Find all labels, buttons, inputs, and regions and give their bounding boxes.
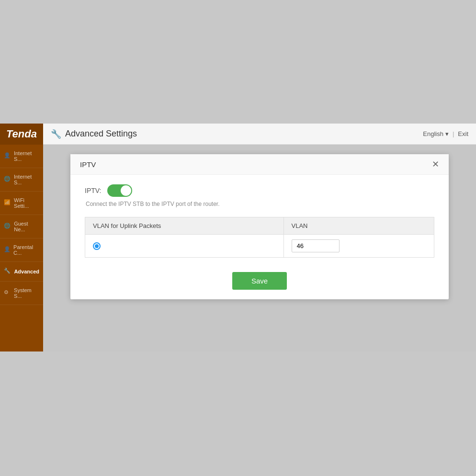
iptv-toggle-row: IPTV:: [85, 184, 434, 197]
sidebar-logo: Tenda: [0, 124, 43, 145]
sidebar-item-label: WiFi Setti...: [14, 197, 39, 209]
language-selector[interactable]: English ▾: [423, 130, 449, 137]
main-content: IPTV ✕ IPTV: Connect the IPTV STB to the…: [43, 145, 476, 351]
wifi-icon: 📶: [4, 199, 11, 207]
sidebar-item-label: Advanced: [14, 269, 39, 274]
modal-body: IPTV: Connect the IPTV STB to the IPTV p…: [70, 175, 449, 299]
sidebar-item-system-settings[interactable]: ⚙ System S...: [0, 282, 43, 305]
wrench2-icon: 🔧: [4, 268, 11, 275]
sidebar-item-label: System S...: [14, 287, 39, 299]
globe-icon: 🌐: [4, 176, 11, 183]
table-header-row: VLAN for Uplink Packets VLAN: [85, 217, 434, 235]
sidebar-item-label: Guest Ne...: [14, 221, 39, 232]
col-vlan: VLAN: [283, 217, 434, 235]
topbar-divider: |: [453, 130, 454, 137]
sidebar-item-label: Internet S...: [14, 150, 39, 162]
table-cell-radio: [85, 235, 284, 258]
sidebar-item-guest-network[interactable]: 🌐 Guest Ne...: [0, 215, 43, 238]
globe2-icon: 🌐: [4, 223, 11, 230]
logo-text: Tenda: [6, 128, 37, 140]
table-row: [85, 235, 434, 258]
language-label: English: [423, 130, 443, 137]
modal-header: IPTV ✕: [70, 154, 449, 175]
chevron-down-icon: ▾: [445, 130, 449, 137]
col-vlan-uplink: VLAN for Uplink Packets: [85, 217, 284, 235]
modal-overlay: IPTV ✕ IPTV: Connect the IPTV STB to the…: [43, 145, 476, 351]
save-button[interactable]: Save: [232, 272, 287, 290]
exit-button[interactable]: Exit: [458, 130, 468, 137]
router-ui: Tenda 👤 Internet S... 🌐 Internet S... 📶 …: [0, 124, 476, 351]
sidebar-item-wifi-settings[interactable]: 📶 WiFi Setti...: [0, 192, 43, 215]
topbar-wrench-icon: 🔧: [51, 129, 61, 139]
table-cell-vlan: [283, 235, 434, 258]
iptv-hint: Connect the IPTV STB to the IPTV port of…: [85, 201, 434, 207]
iptv-modal: IPTV ✕ IPTV: Connect the IPTV STB to the…: [70, 154, 449, 299]
modal-close-button[interactable]: ✕: [432, 160, 439, 169]
modal-title: IPTV: [80, 160, 96, 169]
vlan-radio-button[interactable]: [93, 242, 101, 250]
sidebar-item-internet-settings-1[interactable]: 👤 Internet S...: [0, 145, 43, 168]
topbar-right: English ▾ | Exit: [423, 130, 468, 137]
iptv-toggle[interactable]: [107, 184, 132, 197]
sidebar: Tenda 👤 Internet S... 🌐 Internet S... 📶 …: [0, 124, 43, 351]
topbar-title: 🔧 Advanced Settings: [51, 129, 423, 139]
gear-icon: ⚙: [4, 289, 11, 297]
iptv-label: IPTV:: [85, 187, 102, 194]
vlan-input[interactable]: [292, 239, 340, 252]
sidebar-item-internet-settings-2[interactable]: 🌐 Internet S...: [0, 168, 43, 192]
sidebar-item-parental-controls[interactable]: 👤 Parental C...: [0, 238, 43, 262]
radio-inner: [95, 244, 99, 248]
person2-icon: 👤: [4, 246, 11, 254]
toggle-knob: [121, 185, 131, 196]
sidebar-item-label: Internet S...: [14, 174, 39, 185]
sidebar-item-label: Parental C...: [13, 244, 39, 256]
topbar-title-text: Advanced Settings: [65, 129, 137, 139]
sidebar-item-advanced[interactable]: 🔧 Advanced: [0, 262, 43, 282]
vlan-table: VLAN for Uplink Packets VLAN: [85, 217, 434, 258]
person-icon: 👤: [4, 152, 11, 160]
topbar: 🔧 Advanced Settings English ▾ | Exit: [43, 124, 476, 145]
